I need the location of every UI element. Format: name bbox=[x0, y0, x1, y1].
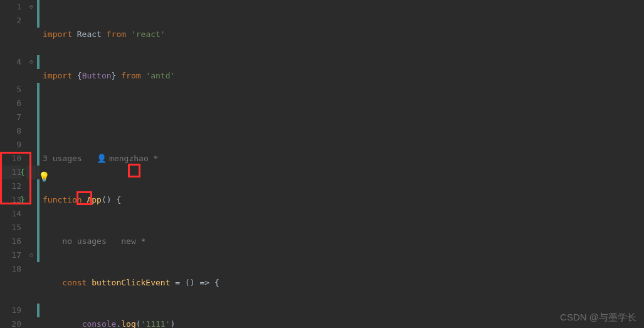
ln-6: 6 bbox=[0, 97, 21, 110]
fold-icon[interactable]: ⊖ bbox=[26, 55, 36, 69]
ln-8: 8 bbox=[0, 124, 21, 138]
person-icon: 👤 bbox=[97, 154, 107, 163]
ln-7: 7 bbox=[0, 110, 21, 124]
ln-10: 10 bbox=[0, 152, 21, 166]
ln-12: 12 bbox=[0, 179, 21, 193]
usages-hint[interactable]: no usages bbox=[62, 236, 106, 246]
brace-match-close: } bbox=[20, 193, 25, 207]
ln-9: 9 bbox=[0, 138, 21, 152]
fold-column: ⊖ ⊖ ⊖ bbox=[26, 0, 36, 328]
ln-20: 20 bbox=[0, 317, 21, 328]
code-area[interactable]: import React from 'react' import {Button… bbox=[40, 0, 644, 328]
intention-bulb-icon[interactable]: 💡 bbox=[38, 170, 50, 184]
ln-19: 19 bbox=[0, 304, 21, 317]
ln-4: 4 bbox=[0, 55, 21, 69]
ln-2: 2 bbox=[0, 14, 21, 28]
ln-11: 11 bbox=[0, 166, 21, 179]
ln-5: 5 bbox=[0, 83, 21, 97]
fold-icon[interactable]: ⊖ bbox=[26, 248, 36, 262]
usages-hint[interactable]: 3 usages bbox=[43, 154, 82, 163]
ln-16: 16 bbox=[0, 235, 21, 248]
code-editor[interactable]: 1 2 4 5 6 7 8 9 10 11 12 13 14 15 16 17 … bbox=[0, 0, 644, 328]
ln-14: 14 bbox=[0, 207, 21, 221]
ln-13: 13 bbox=[0, 193, 21, 207]
brace-match-open: { bbox=[20, 166, 25, 179]
ln-17: 17 bbox=[0, 248, 21, 262]
ln-18: 18 bbox=[0, 262, 21, 276]
fold-icon[interactable]: ⊖ bbox=[26, 0, 36, 14]
author-hint[interactable]: mengzhao * bbox=[109, 154, 158, 163]
ln-1: 1 bbox=[0, 0, 21, 14]
watermark: CSDN @与墨学长 bbox=[560, 310, 636, 324]
ln-15: 15 bbox=[0, 221, 21, 235]
line-numbers: 1 2 4 5 6 7 8 9 10 11 12 13 14 15 16 17 … bbox=[0, 0, 26, 328]
